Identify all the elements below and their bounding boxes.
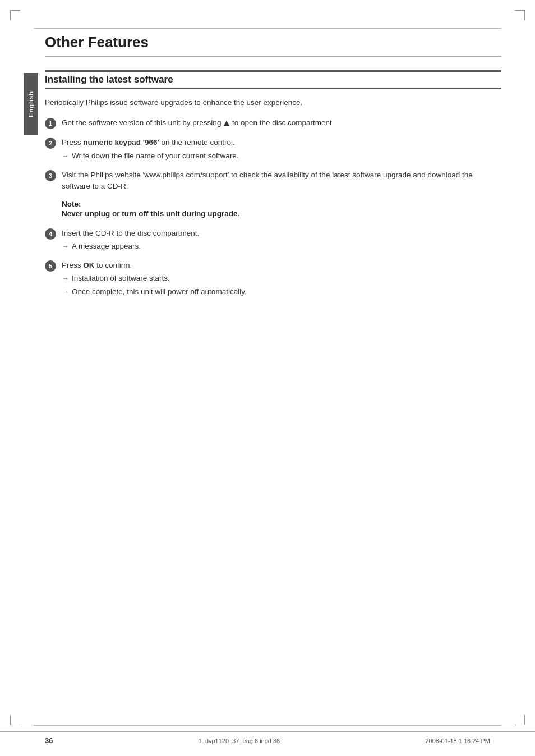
step-5-arrow-text-1: Installation of software starts.	[72, 273, 170, 284]
arrow-icon: →	[62, 150, 69, 162]
step-5-arrow-1: → Installation of software starts.	[62, 273, 501, 284]
sidebar-tab: English	[24, 73, 38, 135]
arrow-icon-5a: →	[62, 273, 69, 284]
sidebar-label: English	[27, 91, 34, 117]
step-1-content: Get the software version of this unit by…	[62, 117, 501, 129]
step-2: 2 Press numeric keypad '966' on the remo…	[45, 137, 501, 162]
step-5-content: Press OK to confirm. → Installation of s…	[62, 260, 501, 297]
page-number: 36	[45, 736, 53, 745]
step-1: 1 Get the software version of this unit …	[45, 117, 501, 129]
step-5-arrow-text-2: Once complete, this unit will power off …	[72, 286, 247, 297]
note-box: Note: Never unplug or turn off this unit…	[62, 200, 501, 219]
step-3: 3 Visit the Philips website 'www.philips…	[45, 169, 501, 193]
corner-mark-tl	[10, 10, 20, 20]
step-2-arrow-1: → Write down the file name of your curre…	[62, 150, 501, 162]
step-2-content: Press numeric keypad '966' on the remote…	[62, 137, 501, 162]
date-info: 2008-01-18 1:16:24 PM	[425, 737, 490, 744]
corner-mark-bl	[10, 715, 20, 725]
note-text: Never unplug or turn off this unit durin…	[62, 208, 501, 219]
footer: 36 1_dvp1120_37_eng 8.indd 36 2008-01-18…	[0, 731, 535, 745]
main-content: Other Features Installing the latest sof…	[45, 34, 501, 722]
page: English Other Features Installing the la…	[0, 0, 535, 756]
step-number-1: 1	[45, 118, 56, 129]
note-title: Note:	[62, 200, 501, 208]
step-5-arrow-2: → Once complete, this unit will power of…	[62, 286, 501, 297]
step-5: 5 Press OK to confirm. → Installation of…	[45, 260, 501, 297]
step-number-5: 5	[45, 260, 56, 272]
step-number-3: 3	[45, 170, 56, 181]
file-info: 1_dvp1120_37_eng 8.indd 36	[199, 737, 280, 744]
step-4-arrow-text: A message appears.	[72, 241, 141, 252]
top-rule	[34, 28, 501, 29]
section-installing: Installing the latest software Periodica…	[45, 70, 501, 297]
step-number-4: 4	[45, 228, 56, 240]
section-title: Installing the latest software	[45, 74, 173, 85]
step-number-2: 2	[45, 138, 56, 149]
page-title: Other Features	[45, 34, 501, 57]
corner-mark-tr	[515, 10, 525, 20]
arrow-icon-4: →	[62, 241, 69, 252]
triangle-icon	[224, 121, 229, 126]
bottom-rule	[34, 725, 501, 726]
arrow-icon-5b: →	[62, 286, 69, 297]
section-header: Installing the latest software	[45, 70, 501, 89]
step-3-content: Visit the Philips website 'www.philips.c…	[62, 169, 501, 193]
intro-text: Periodically Philips issue software upgr…	[45, 97, 501, 108]
step-4-arrow-1: → A message appears.	[62, 241, 501, 252]
step-4-content: Insert the CD-R to the disc compartment.…	[62, 228, 501, 253]
step-2-arrow-text: Write down the file name of your current…	[72, 150, 239, 162]
step-4: 4 Insert the CD-R to the disc compartmen…	[45, 228, 501, 253]
corner-mark-br	[515, 715, 525, 725]
